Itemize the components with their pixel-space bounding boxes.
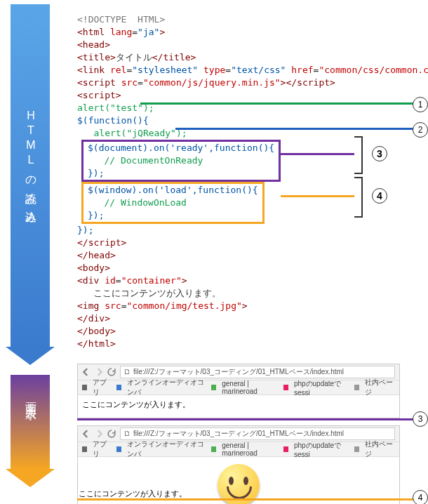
arrow-label-1: HTMLの読み込み: [23, 110, 38, 220]
bookmark-icon: [116, 385, 121, 390]
content-text-2: ここにコンテンツが入ります。: [79, 489, 187, 499]
arrow-label-2: 画面表示: [23, 393, 38, 404]
bookmark-1[interactable]: オンラインオーディオコンバ: [127, 378, 206, 397]
file-icon: 🗋: [123, 366, 131, 378]
browser-content-1: ここにコンテンツが入ります。: [78, 395, 399, 418]
bookmark-icon: [211, 385, 216, 390]
bookmark-icon: [354, 385, 359, 390]
address-bar[interactable]: 🗋 file:///Z:/フォーマット/03_コーディング/01_HTMLベース…: [120, 427, 395, 440]
side-arrows: HTMLの読み込み 画面表示: [6, 4, 55, 487]
arrow-head-2: [6, 469, 55, 487]
marker-2: 2: [413, 122, 428, 138]
line-marker-2: [175, 128, 414, 130]
marker-4b: 4: [413, 490, 428, 504]
address-bar[interactable]: 🗋 file:///Z:/フォーマット/03_コーディング/01_HTMLベース…: [120, 366, 395, 378]
line-marker-3b: [77, 418, 414, 420]
marker-3: 3: [372, 146, 387, 161]
bookmark-4[interactable]: 社内ページ: [365, 439, 395, 459]
forward-icon: [95, 430, 103, 438]
arrow-html-load: HTMLの読み込み: [11, 4, 50, 347]
browser-before-image: 🗋 file:///Z:/フォーマット/03_コーディング/01_HTMLベース…: [77, 364, 400, 418]
bookmark-4[interactable]: 社内ページ: [365, 378, 395, 397]
back-icon: [82, 430, 91, 438]
url-text: file:///Z:/フォーマット/03_コーディング/01_HTMLベース/i…: [133, 428, 344, 439]
forward-icon: [95, 368, 103, 376]
apps-label[interactable]: アプリ: [93, 439, 111, 459]
line-marker-4b: [77, 498, 414, 500]
code-block: <!DOCTYPE HTML> <html lang="ja"> <head> …: [77, 13, 428, 350]
bookmark-icon: [283, 446, 288, 452]
marker-1: 1: [413, 97, 428, 112]
apps-icon: [82, 385, 87, 390]
bookmark-2[interactable]: general | marineroad: [222, 442, 278, 457]
bookmark-icon: [283, 385, 288, 390]
apps-label[interactable]: アプリ: [93, 378, 111, 397]
line-marker-3: [281, 153, 354, 155]
line-marker-1: [140, 102, 414, 105]
bookmark-icon: [116, 446, 121, 452]
back-icon: [82, 368, 91, 376]
bookmark-icon: [211, 446, 216, 452]
reload-icon: [107, 430, 116, 438]
bookmark-3[interactable]: phpのupdateでsessi: [294, 441, 349, 458]
box-window-load: $(window).on('load',function(){ // Windo…: [81, 182, 265, 224]
reload-icon: [107, 368, 116, 376]
bookmark-2[interactable]: general | marineroad: [222, 380, 278, 395]
file-icon: 🗋: [123, 428, 131, 439]
bracket-4: [354, 177, 363, 218]
bookmark-1[interactable]: オンラインオーディオコンバ: [127, 439, 206, 459]
marker-3b: 3: [413, 411, 428, 427]
line-marker-4: [281, 195, 354, 197]
url-text: file:///Z:/フォーマット/03_コーディング/01_HTMLベース/i…: [133, 366, 344, 378]
marker-4: 4: [372, 188, 387, 204]
bookmark-3[interactable]: phpのupdateでsessi: [294, 379, 349, 397]
arrow-render: 画面表示: [11, 375, 50, 469]
arrow-head-1: [6, 347, 55, 365]
apps-icon: [82, 446, 87, 452]
box-document-ready: $(document).on('ready',function(){ // Do…: [81, 140, 281, 182]
bookmark-icon: [354, 446, 359, 452]
bracket-3: [354, 136, 363, 174]
